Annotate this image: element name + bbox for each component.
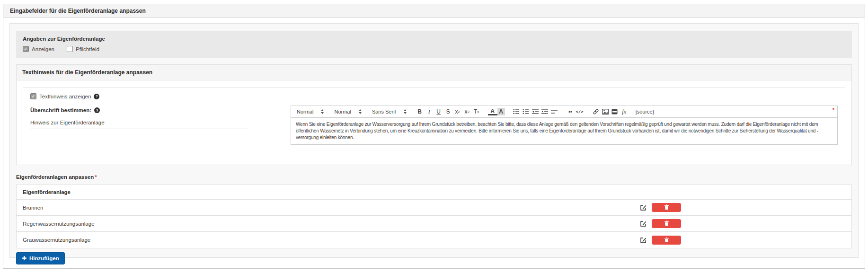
image-icon[interactable] xyxy=(601,106,610,117)
form-wrapper: Angaben zur Eigenförderanlage Anzeigen P… xyxy=(9,23,859,258)
anlagen-label: Eigenförderanlagen anpassen* xyxy=(16,174,852,180)
code-block-button[interactable]: </> xyxy=(575,106,585,117)
table-row: Grauwassernutzungsanlage xyxy=(17,232,851,248)
formula-button[interactable]: fx xyxy=(620,106,629,117)
table-row: Regenwassernutzungsanlage xyxy=(17,216,851,232)
picker-arrows-icon xyxy=(321,109,324,114)
blockquote-icon[interactable]: ” xyxy=(566,106,575,117)
indent-icon[interactable] xyxy=(540,106,549,117)
trash-icon xyxy=(664,237,669,244)
anlagen-table-header: Eigenförderanlage xyxy=(17,185,851,200)
required-marker: * xyxy=(95,174,97,180)
row-actions xyxy=(640,236,845,245)
background-color-button[interactable]: A xyxy=(497,108,505,115)
editor-row: Überschrift bestimmen: ? * Normal xyxy=(30,106,838,145)
ueberschrift-label: Überschrift bestimmen: xyxy=(30,107,91,113)
delete-button[interactable] xyxy=(652,203,681,212)
ordered-list-icon[interactable] xyxy=(512,106,521,117)
pflichtfeld-checkbox-box[interactable] xyxy=(67,46,73,52)
pflichtfeld-checkbox[interactable]: Pflichtfeld xyxy=(67,46,99,52)
ueberschrift-label-row: Überschrift bestimmen: ? xyxy=(30,107,249,113)
help-icon[interactable]: ? xyxy=(94,107,100,113)
paragraph-picker[interactable]: Normal xyxy=(295,109,326,114)
subscript-button[interactable]: x2 xyxy=(453,106,462,117)
anzeigen-checkbox-label: Anzeigen xyxy=(32,46,54,52)
richtext-editor: * Normal Normal xyxy=(291,106,838,145)
anlagen-table: Eigenförderanlage BrunnenRegenwassernutz… xyxy=(16,185,852,248)
editor-content[interactable]: Wenn Sie eine Eigenförderanlage zur Wass… xyxy=(291,118,837,144)
ueberschrift-input[interactable] xyxy=(30,120,249,129)
edit-icon[interactable] xyxy=(640,220,647,227)
table-row: Brunnen xyxy=(17,200,851,216)
edit-icon[interactable] xyxy=(640,204,647,211)
card-header: Eingabefelder für die Eigenförderanlage … xyxy=(3,4,865,18)
anlage-name: Grauwassernutzungsanlage xyxy=(23,237,640,243)
size-picker[interactable]: Normal xyxy=(332,109,363,114)
anlage-name: Brunnen xyxy=(23,205,640,211)
angaben-section: Angaben zur Eigenförderanlage Anzeigen P… xyxy=(16,31,852,58)
video-icon[interactable] xyxy=(610,106,620,117)
underline-button[interactable]: U xyxy=(434,106,443,117)
pflichtfeld-checkbox-label: Pflichtfeld xyxy=(76,46,99,52)
angaben-checkbox-row: Anzeigen Pflichtfeld xyxy=(23,46,845,52)
page-title: Eingabefelder für die Eigenförderanlage … xyxy=(10,8,146,14)
edit-icon[interactable] xyxy=(640,237,647,243)
strikethrough-button[interactable]: S xyxy=(443,106,453,117)
texthinweis-heading: Texthinweis für die Eigenförderanlage an… xyxy=(17,65,851,80)
row-actions xyxy=(640,219,845,228)
texthinweis-anzeigen-row: Texthinweis anzeigen ? xyxy=(30,93,838,99)
plus-icon: ✚ xyxy=(22,255,27,261)
add-button-label: Hinzufügen xyxy=(29,255,59,261)
card-body: Angaben zur Eigenförderanlage Anzeigen P… xyxy=(3,18,865,269)
trash-icon xyxy=(664,220,669,227)
outdent-icon[interactable] xyxy=(531,106,540,117)
angaben-heading: Angaben zur Eigenförderanlage xyxy=(23,36,845,42)
trash-icon xyxy=(664,204,669,211)
anlagen-table-body: BrunnenRegenwassernutzungsanlageGrauwass… xyxy=(17,200,851,248)
help-icon[interactable]: ? xyxy=(94,94,99,99)
row-actions xyxy=(640,203,845,212)
bullet-list-icon[interactable] xyxy=(521,106,531,117)
delete-button[interactable] xyxy=(652,236,681,245)
editor-required-marker: * xyxy=(833,107,834,113)
editor-toolbar: Normal Normal Sans Serif xyxy=(291,106,837,118)
anlage-name: Regenwassernutzungsanlage xyxy=(23,221,640,227)
anzeigen-checkbox-box[interactable] xyxy=(23,46,29,52)
superscript-button[interactable]: x2 xyxy=(462,106,472,117)
link-icon[interactable] xyxy=(591,106,601,117)
picker-arrows-icon xyxy=(359,109,362,114)
clear-formatting-button[interactable]: Tx xyxy=(472,106,481,117)
texthinweis-anzeigen-checkbox-box[interactable] xyxy=(30,93,36,99)
texthinweis-inner-box: Texthinweis anzeigen ? Überschrift besti… xyxy=(23,88,845,154)
anzeigen-checkbox[interactable]: Anzeigen xyxy=(23,46,54,52)
bold-button[interactable]: B xyxy=(415,106,425,117)
delete-button[interactable] xyxy=(652,219,681,228)
ueberschrift-column: Überschrift bestimmen: ? xyxy=(30,106,249,129)
texthinweis-panel: Texthinweis für die Eigenförderanlage an… xyxy=(16,64,852,165)
eingabefelder-card: Eingabefelder für die Eigenförderanlage … xyxy=(3,4,865,269)
font-picker[interactable]: Sans Serif xyxy=(370,109,408,114)
texthinweis-anzeigen-label: Texthinweis anzeigen xyxy=(39,94,91,99)
add-button[interactable]: ✚ Hinzufügen xyxy=(16,252,65,264)
texthinweis-panel-body: Texthinweis anzeigen ? Überschrift besti… xyxy=(17,80,851,165)
text-color-button[interactable]: A xyxy=(488,108,497,115)
texthinweis-anzeigen-checkbox[interactable]: Texthinweis anzeigen xyxy=(30,93,91,99)
align-icon[interactable] xyxy=(549,106,559,117)
source-button[interactable]: [source] xyxy=(636,109,654,114)
italic-button[interactable]: I xyxy=(425,106,434,117)
picker-arrows-icon xyxy=(404,109,407,114)
